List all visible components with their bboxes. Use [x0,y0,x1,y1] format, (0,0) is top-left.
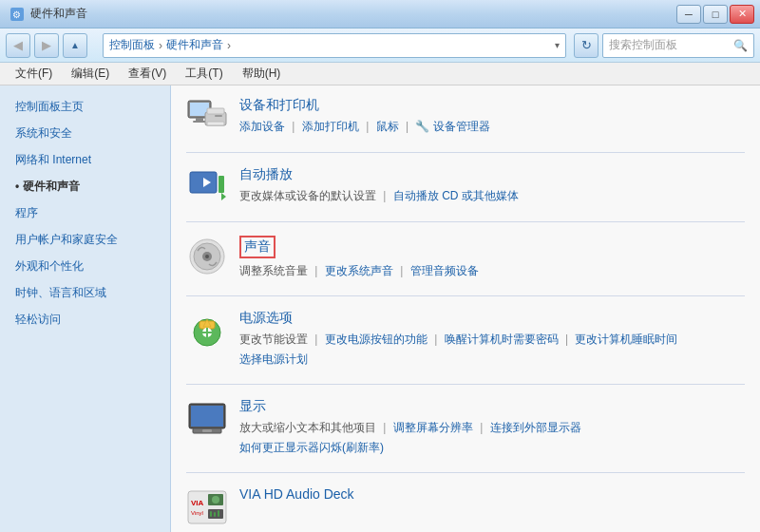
sidebar-item-home[interactable]: 控制面板主页 [0,93,170,120]
link-add-printer[interactable]: 添加打印机 [302,120,359,133]
sidebar-item-hardware: 硬件和声音 [0,173,170,200]
close-button[interactable]: ✕ [730,5,754,24]
address-dropdown[interactable]: ▾ [555,40,560,50]
sidebar-item-system[interactable]: 系统和安全 [0,120,170,146]
menubar: 文件(F) 编辑(E) 查看(V) 工具(T) 帮助(H) [0,63,760,86]
titlebar-title: 硬件和声音 [30,6,87,22]
sep-d1: | [383,421,386,434]
sidebar-item-appearance[interactable]: 外观和个性化 [0,253,170,279]
sidebar-item-network[interactable]: 网络和 Internet [0,146,170,173]
display-desc: 放大或缩小文本和其他项目 [239,421,376,434]
search-bar[interactable]: 搜索控制面板 🔍 [602,33,754,58]
link-autoplay-cd[interactable]: 自动播放 CD 或其他媒体 [393,189,519,202]
sound-icon [186,236,228,277]
svg-rect-7 [207,108,224,114]
link-refresh-rate[interactable]: 如何更正显示器闪烁(刷新率) [239,441,384,454]
link-add-device[interactable]: 添加设备 [239,120,285,133]
autoplay-links: 更改媒体或设备的默认设置 | 自动播放 CD 或其他媒体 [239,186,745,207]
sep1: | [292,120,294,133]
address-bar[interactable]: 控制面板 › 硬件和声音 › ▾ [103,33,566,58]
refresh-button[interactable]: ↻ [574,33,598,58]
address-path: 控制面板 › 硬件和声音 › [109,37,555,53]
link-power-button[interactable]: 更改电源按钮的功能 [325,332,428,346]
sep-pw3: | [565,332,568,346]
section-autoplay: 自动播放 更改媒体或设备的默认设置 | 自动播放 CD 或其他媒体 [186,166,745,222]
svg-rect-32 [210,511,212,517]
minimize-button[interactable]: ─ [676,5,701,24]
display-links: 放大或缩小文本和其他项目 | 调整屏幕分辨率 | 连接到外部显示器 如何更正显示… [239,418,745,459]
sidebar-item-programs[interactable]: 程序 [0,200,170,226]
menu-help[interactable]: 帮助(H) [235,64,289,84]
titlebar-controls: ─ □ ✕ [676,5,754,24]
navbar: ◀ ▶ ▲ 控制面板 › 硬件和声音 › ▾ ↻ 搜索控制面板 🔍 [0,28,760,63]
svg-point-30 [212,496,219,504]
section-via: VIA Vinyl VIA HD Audio Deck [186,486,745,532]
link-mouse[interactable]: 鼠标 [376,120,399,133]
link-change-sound[interactable]: 更改系统声音 [325,264,393,277]
main-area: 控制面板主页 系统和安全 网络和 Internet 硬件和声音 程序 用户帐户和… [0,86,760,532]
search-placeholder: 搜索控制面板 [609,37,733,53]
back-button[interactable]: ◀ [6,33,30,58]
svg-text:Vinyl: Vinyl [191,510,203,516]
menu-file[interactable]: 文件(F) [8,64,60,84]
link-power-plan[interactable]: 选择电源计划 [239,352,308,366]
sound-title[interactable]: 声音 [239,236,276,258]
svg-rect-33 [214,512,216,517]
sidebar: 控制面板主页 系统和安全 网络和 Internet 硬件和声音 程序 用户帐户和… [0,86,171,532]
svg-rect-9 [215,115,222,117]
sep-sound2: | [400,264,403,277]
menu-view[interactable]: 查看(V) [121,64,174,84]
display-body: 显示 放大或缩小文本和其他项目 | 调整屏幕分辨率 | 连接到外部显示器 如何更… [239,398,745,459]
svg-rect-8 [207,122,224,125]
forward-button[interactable]: ▶ [34,33,59,58]
sep-auto: | [383,189,386,202]
devices-icon [186,97,228,139]
link-external-display[interactable]: 连接到外部显示器 [490,421,581,434]
autoplay-title[interactable]: 自动播放 [239,166,745,183]
link-device-manager[interactable]: 设备管理器 [433,120,490,133]
search-icon[interactable]: 🔍 [733,39,748,52]
power-body: 电源选项 更改节能设置 | 更改电源按钮的功能 | 唤醒计算机时需要密码 | 更… [239,310,745,370]
devices-title[interactable]: 设备和打印机 [239,97,745,114]
sep-pw1: | [314,332,317,346]
sound-desc: 调整系统音量 [239,264,308,277]
path-controlpanel[interactable]: 控制面板 [109,37,155,53]
menu-edit[interactable]: 编辑(E) [64,64,117,84]
sidebar-item-users[interactable]: 用户帐户和家庭安全 [0,226,170,253]
via-title[interactable]: VIA HD Audio Deck [239,486,745,502]
svg-text:VIA: VIA [191,499,204,507]
link-manage-audio[interactable]: 管理音频设备 [410,264,479,277]
display-icon [186,398,228,440]
section-power: 电源选项 更改节能设置 | 更改电源按钮的功能 | 唤醒计算机时需要密码 | 更… [186,310,745,385]
path-hardware[interactable]: 硬件和声音 [166,37,223,53]
svg-rect-34 [218,510,219,517]
svg-point-17 [205,255,209,258]
path-separator-2: › [227,39,231,52]
autoplay-desc: 更改媒体或设备的默认设置 [239,189,376,202]
display-title[interactable]: 显示 [239,398,745,415]
sep-pw2: | [434,332,437,346]
menu-tools[interactable]: 工具(T) [178,64,230,84]
via-icon: VIA Vinyl [186,486,228,528]
section-sound: 声音 调整系统音量 | 更改系统声音 | 管理音频设备 [186,236,745,296]
link-sleep-time[interactable]: 更改计算机睡眠时间 [575,332,677,346]
section-display: 显示 放大或缩小文本和其他项目 | 调整屏幕分辨率 | 连接到外部显示器 如何更… [186,398,745,473]
sep-d2: | [480,421,483,434]
sidebar-item-accessibility[interactable]: 轻松访问 [0,306,170,332]
power-title[interactable]: 电源选项 [239,310,745,327]
svg-rect-12 [218,176,224,193]
sound-links: 调整系统音量 | 更改系统声音 | 管理音频设备 [239,261,745,282]
power-icon [186,310,228,352]
svg-rect-23 [191,406,223,427]
up-button[interactable]: ▲ [63,33,87,58]
window-icon: ⚙ [10,7,25,22]
link-wakeup-password[interactable]: 唤醒计算机时需要密码 [445,332,559,346]
power-desc: 更改节能设置 [239,332,308,346]
link-resolution[interactable]: 调整屏幕分辨率 [393,421,473,434]
maximize-button[interactable]: □ [703,5,728,24]
titlebar-left: ⚙ 硬件和声音 [10,6,87,22]
svg-text:⚙: ⚙ [12,10,21,20]
sidebar-item-clock[interactable]: 时钟、语言和区域 [0,279,170,306]
sep-sound1: | [314,264,317,277]
content-area: 设备和打印机 添加设备 | 添加打印机 | 鼠标 | 🔧 设备管理器 [171,86,760,532]
